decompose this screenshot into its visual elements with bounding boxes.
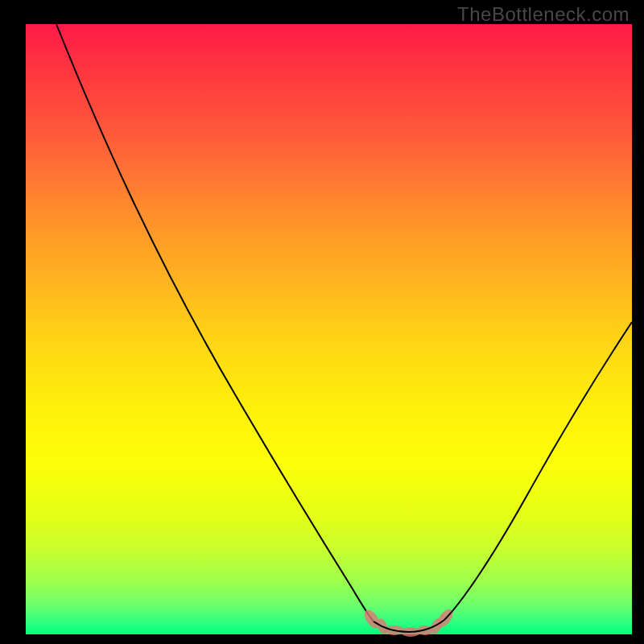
plot-area [26, 24, 632, 634]
watermark-text: TheBottleneck.com [457, 3, 630, 26]
bottleneck-curve-svg [26, 24, 632, 634]
chart-frame: TheBottleneck.com [0, 0, 644, 644]
curve-left-branch [56, 24, 374, 621]
curve-right-branch [444, 322, 632, 620]
